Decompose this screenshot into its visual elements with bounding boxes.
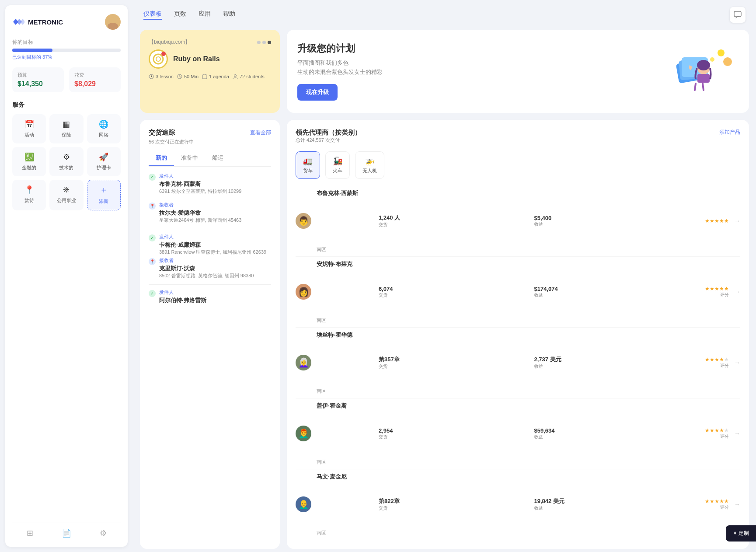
cat-tab-drone[interactable]: 🚁 无人机: [355, 151, 384, 179]
entry-name-3: 卡梅伦·威廉姆森: [159, 241, 266, 249]
chat-icon[interactable]: [730, 7, 746, 23]
svg-rect-2: [734, 11, 741, 17]
course-lessons: 3 lesson: [149, 74, 174, 79]
view-all-link[interactable]: 查看全部: [250, 129, 271, 136]
course-duration: 50 Min: [177, 74, 199, 79]
agent-trans-label-2: 交货: [379, 363, 529, 370]
agent-avatar-3: 👨‍🦰: [296, 426, 311, 441]
agent-stat-4: 第822章 交货: [379, 497, 529, 511]
content: 【biqubiqu.com】 Ruby on Rails: [133, 30, 756, 552]
tab-ship[interactable]: 船运: [205, 150, 230, 166]
settings-icon[interactable]: ⚙: [100, 528, 107, 538]
agent-name-3: 盖伊·霍金斯: [317, 402, 373, 459]
agent-rev-label-4: 收益: [534, 505, 685, 511]
nav-apps[interactable]: 应用: [199, 10, 211, 20]
service-activity[interactable]: 📅 活动: [12, 114, 46, 143]
service-network[interactable]: 🌐 网络: [87, 114, 121, 143]
customize-button[interactable]: ✦ 定制: [726, 525, 756, 542]
row-1: 【biqubiqu.com】 Ruby on Rails: [140, 30, 749, 113]
insurance-icon: ▦: [63, 119, 70, 129]
layers-icon[interactable]: ⊞: [27, 528, 33, 538]
agent-revenue-4: 19,842 美元 收益: [534, 497, 685, 511]
agent-rev-label-3: 收益: [534, 434, 685, 440]
entry-dot-5: ✓: [149, 290, 156, 297]
agent-arrow-0[interactable]: →: [734, 217, 740, 224]
progress-text: 已达到目标的 37%: [12, 54, 121, 60]
agent-rating-label-2: 评分: [690, 363, 729, 369]
agent-row-1: 👩 安妮特·布莱克 南区 6,074 交货 $174,074 收益 ★★★★★ …: [296, 257, 740, 328]
nav-help[interactable]: 帮助: [223, 10, 235, 20]
entry-name-1: 布鲁克林·西蒙斯: [159, 180, 241, 188]
service-tech[interactable]: ⚙ 技术的: [49, 147, 83, 176]
service-hospitality[interactable]: 📍 款待: [12, 180, 46, 210]
delivery-title: 交货追踪: [149, 129, 175, 137]
entry-dot-1: ✓: [149, 174, 156, 181]
agent-stat-2: 第357章 交货: [379, 356, 529, 370]
agent-rev-val-1: $174,074: [534, 286, 685, 292]
public-label: 公用事业: [57, 197, 76, 204]
agent-arrow-2[interactable]: →: [734, 359, 740, 366]
cat-tab-truck[interactable]: 🚛 货车: [296, 151, 320, 179]
entry-addr-1: 6391 埃尔全至塞莱斯, 特拉华州 10299: [159, 188, 241, 195]
svg-rect-7: [202, 75, 207, 79]
agent-arrow-1[interactable]: →: [734, 288, 740, 295]
agent-stars-1: ★★★★★: [690, 286, 729, 292]
course-title-block: Ruby on Rails: [173, 55, 220, 63]
drone-label: 无人机: [362, 168, 377, 174]
file-icon[interactable]: 📄: [62, 528, 71, 538]
topnav-right: [730, 7, 746, 23]
tech-label: 技术的: [59, 164, 73, 171]
agent-region-0: 南区: [317, 246, 373, 253]
agent-stat-3: 2,954 交货: [379, 427, 529, 440]
agent-row-2: 👩‍🦳 埃丝特·霍华德 南区 第357章 交货 2,737 美元 收益 ★★★★…: [296, 328, 740, 398]
agent-revenue-2: 2,737 美元 收益: [534, 356, 685, 370]
entry-name-5: 阿尔伯特·弗洛雷斯: [159, 297, 206, 304]
service-public[interactable]: ❈ 公用事业: [49, 180, 83, 210]
nav-pages[interactable]: 页数: [174, 10, 186, 20]
agent-avatar-2: 👩‍🦳: [296, 355, 311, 370]
agent-rating-1: ★★★★★ 评分: [690, 286, 729, 298]
agent-region-4: 南区: [317, 530, 373, 536]
category-tabs: 🚛 货车 🚂 火车 🚁 无人机: [296, 151, 740, 179]
agent-region-2: 南区: [317, 388, 373, 395]
agent-avatar-0: 👨: [296, 213, 311, 229]
add-icon: +: [101, 185, 106, 196]
truck-label: 货车: [303, 168, 313, 174]
agent-arrow-4[interactable]: →: [734, 501, 740, 508]
entry-role-1: 发件人: [159, 173, 241, 179]
agent-stat-1: 6,074 交货: [379, 286, 529, 298]
agent-trans-val-1: 6,074: [379, 286, 529, 292]
service-finance[interactable]: 💹 金融的: [12, 147, 46, 176]
drone-icon: 🚁: [365, 156, 375, 166]
service-insurance[interactable]: ▦ 保险: [49, 114, 83, 143]
budget-label: 预算: [17, 72, 59, 78]
delivery-entry-1: ✓ 发件人 布鲁克林·西蒙斯 6391 埃尔全至塞莱斯, 特拉华州 10299: [149, 173, 271, 195]
entry-addr-3: 3891 Ranchview 理查森博士, 加利福尼亚州 62639: [159, 249, 266, 255]
divider-1: [149, 229, 271, 229]
entry-role-3: 发件人: [159, 234, 266, 240]
agent-name-col-4: 马文·麦金尼 南区: [317, 473, 373, 536]
tab-prep[interactable]: 准备中: [174, 150, 205, 166]
service-nursing[interactable]: 🚀 护理卡: [87, 147, 121, 176]
delivery-card: 交货追踪 查看全部 56 次交付正在进行中 新的 准备中 船运 ✓ 发件人 布鲁…: [140, 120, 280, 549]
divider-2: [149, 284, 271, 285]
tab-new[interactable]: 新的: [149, 150, 174, 166]
agent-trans-label-4: 交货: [379, 505, 529, 511]
cat-tab-train[interactable]: 🚂 火车: [325, 151, 350, 179]
agents-title: 领先代理商（按类别）: [296, 129, 361, 137]
upgrade-button[interactable]: 现在升级: [297, 84, 338, 101]
activity-label: 活动: [24, 132, 34, 138]
agent-name-1: 安妮特·布莱克: [317, 260, 373, 317]
agent-arrow-3[interactable]: →: [734, 430, 740, 437]
expense-value: $8,029: [74, 80, 115, 88]
agent-revenue-3: $59,634 收益: [534, 427, 685, 440]
agent-rev-val-3: $59,634: [534, 427, 685, 434]
add-product-button[interactable]: 添加产品: [719, 129, 740, 136]
agent-rev-val-0: $5,400: [534, 215, 685, 221]
topnav: 仪表板 页数 应用 帮助: [133, 0, 756, 30]
svg-rect-16: [697, 74, 710, 83]
nav-dashboard[interactable]: 仪表板: [143, 10, 162, 20]
add-label: 添新: [99, 198, 108, 205]
agent-name-2: 埃丝特·霍华德: [317, 331, 373, 388]
service-add[interactable]: + 添新: [87, 180, 121, 210]
